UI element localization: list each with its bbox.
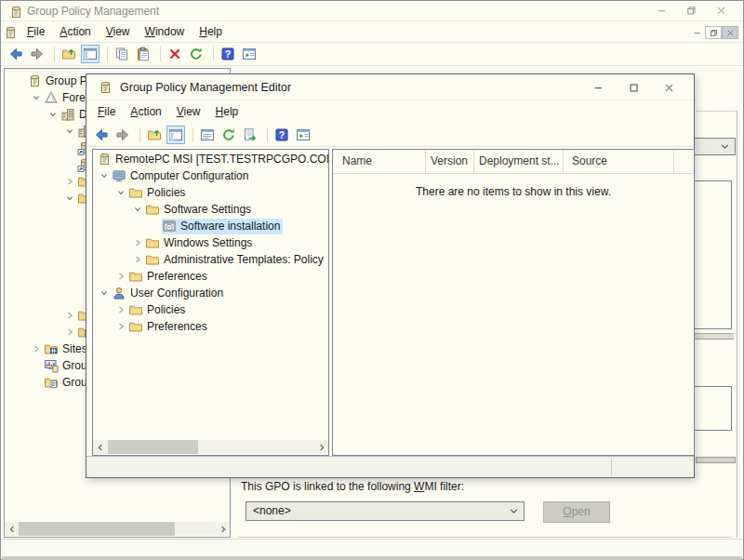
scroll-right-button[interactable] — [314, 440, 328, 454]
scrollbar-thumb[interactable] — [108, 440, 198, 454]
chevron-collapsed-icon[interactable] — [113, 269, 128, 284]
open-button[interactable]: Open — [543, 501, 610, 523]
tree-item-content: Grou — [44, 358, 90, 374]
tree-item-software-installation[interactable]: Software installation — [93, 218, 328, 234]
column-header-source[interactable]: Source — [564, 150, 674, 173]
tree-item-label: Windows Settings — [164, 236, 252, 249]
chevron-expanded-icon[interactable] — [62, 124, 77, 139]
new-window-button[interactable] — [240, 45, 259, 63]
scrollbar-thumb[interactable] — [19, 522, 175, 536]
up-one-level-button[interactable] — [145, 126, 164, 144]
mdi-minimize-button[interactable] — [688, 26, 705, 39]
chevron-collapsed-icon[interactable] — [29, 341, 44, 356]
minimize-button[interactable] — [580, 78, 616, 97]
chevron-expanded-icon[interactable] — [130, 202, 145, 217]
wmi-filter-dropdown[interactable]: <none> — [246, 501, 525, 521]
toolbar-separator — [213, 47, 214, 61]
copy-button[interactable] — [113, 45, 131, 63]
chevron-slot — [12, 73, 27, 88]
editor-title-bar[interactable]: Group Policy Management Editor — [86, 74, 694, 100]
main-menu-bar: FileActionViewWindowHelp — [1, 21, 743, 43]
chevron-collapsed-icon[interactable] — [130, 235, 145, 250]
show-console-tree-button[interactable] — [166, 126, 185, 144]
mdi-restore-button[interactable] — [705, 26, 722, 39]
scroll-left-button[interactable] — [93, 440, 107, 454]
show-console-tree-button[interactable] — [81, 45, 100, 63]
column-header-name[interactable]: Name — [333, 150, 426, 173]
console-tree-hscrollbar[interactable] — [5, 522, 230, 536]
tree-item-content: User Configuration — [112, 286, 226, 301]
tree-item-computer-configuration[interactable]: Computer Configuration — [93, 167, 328, 184]
tree-item-windows-settings[interactable]: Windows Settings — [93, 234, 328, 251]
tree-item-policies[interactable]: Policies — [93, 184, 328, 201]
column-header-version[interactable]: Version — [426, 150, 474, 173]
main-toolbar: ? — [1, 43, 743, 66]
chevron-collapsed-icon[interactable] — [113, 302, 128, 317]
close-button[interactable] — [651, 78, 686, 97]
properties-button[interactable] — [198, 126, 217, 144]
chevron-collapsed-icon[interactable] — [62, 174, 77, 189]
scroll-right-button[interactable] — [216, 522, 230, 536]
help-button[interactable]: ? — [219, 45, 237, 63]
minimize-button[interactable] — [646, 3, 676, 19]
refresh-button[interactable] — [219, 126, 238, 144]
back-button[interactable] — [92, 126, 111, 144]
restore-button[interactable] — [676, 3, 706, 19]
mdi-close-button[interactable] — [722, 26, 738, 39]
chevron-collapsed-icon[interactable] — [113, 319, 128, 334]
delete-button[interactable] — [166, 45, 184, 63]
menu-action[interactable]: Action — [52, 21, 98, 43]
menu-window[interactable]: Window — [138, 21, 193, 43]
up-one-level-button[interactable] — [60, 45, 78, 63]
main-title-bar[interactable]: Group Policy Management — [1, 1, 743, 21]
menu-view[interactable]: View — [99, 21, 138, 43]
close-button[interactable] — [706, 3, 736, 19]
chevron-slot — [62, 157, 77, 172]
main-window-title: Group Policy Management — [27, 1, 159, 21]
editor-list-pane: NameVersionDeployment st...Source There … — [332, 149, 695, 456]
group-border-line-vertical — [737, 111, 737, 538]
forward-button[interactable] — [113, 126, 132, 144]
chevron-expanded-icon[interactable] — [29, 90, 44, 105]
group-border-line — [696, 111, 737, 112]
menu-help[interactable]: Help — [192, 21, 230, 43]
chevron-expanded-icon[interactable] — [46, 107, 60, 122]
chevron-expanded-icon[interactable] — [97, 286, 112, 300]
menu-view[interactable]: View — [169, 100, 208, 123]
tree-item-content: Administrative Templates: Policy — [145, 252, 326, 268]
chevron-expanded-icon[interactable] — [62, 191, 77, 206]
tree-item-remotepc-msi-test-testrpcgpo-com-p[interactable]: RemotePC MSI [TEST.TESTRPCGPO.COM] P — [93, 151, 328, 167]
tree-item-software-settings[interactable]: Software Settings — [93, 201, 328, 218]
chevron-expanded-icon[interactable] — [97, 168, 112, 183]
refresh-button[interactable] — [187, 45, 206, 63]
maximize-button[interactable] — [616, 78, 651, 97]
paste-button[interactable] — [134, 45, 153, 63]
tree-item-label: RemotePC MSI [TEST.TESTRPCGPO.COM] P — [115, 153, 329, 166]
chevron-expanded-icon[interactable] — [113, 185, 128, 200]
tree-item-label: Policies — [147, 186, 185, 199]
column-header-deployment-st[interactable]: Deployment st... — [474, 150, 564, 173]
tree-item-policies[interactable]: Policies — [93, 301, 328, 318]
chevron-collapsed-icon[interactable] — [130, 252, 145, 267]
tree-item-preferences[interactable]: Preferences — [93, 318, 328, 335]
help-button[interactable]: ? — [272, 126, 291, 144]
new-window-button[interactable] — [294, 126, 312, 144]
export-list-button[interactable] — [241, 126, 259, 144]
chevron-slot — [62, 140, 77, 155]
wmi-filter-dropdown-value: <none> — [253, 504, 291, 517]
menu-action[interactable]: Action — [123, 100, 168, 123]
tree-item-preferences[interactable]: Preferences — [93, 268, 328, 285]
gpmc-main-window: Group Policy Management FileActionViewWi… — [0, 0, 744, 560]
menu-file[interactable]: File — [90, 100, 123, 123]
editor-tree-hscrollbar[interactable] — [93, 440, 328, 454]
back-button[interactable] — [7, 45, 25, 63]
tree-item-user-configuration[interactable]: User Configuration — [93, 285, 328, 301]
menu-help[interactable]: Help — [208, 100, 246, 123]
scroll-left-button[interactable] — [5, 522, 19, 536]
menu-file[interactable]: File — [20, 21, 52, 43]
forward-button[interactable] — [28, 45, 46, 63]
chevron-slot — [29, 358, 44, 373]
chevron-collapsed-icon[interactable] — [62, 325, 77, 340]
tree-item-administrative-templates-policy[interactable]: Administrative Templates: Policy — [93, 251, 328, 268]
chevron-collapsed-icon[interactable] — [62, 308, 77, 323]
